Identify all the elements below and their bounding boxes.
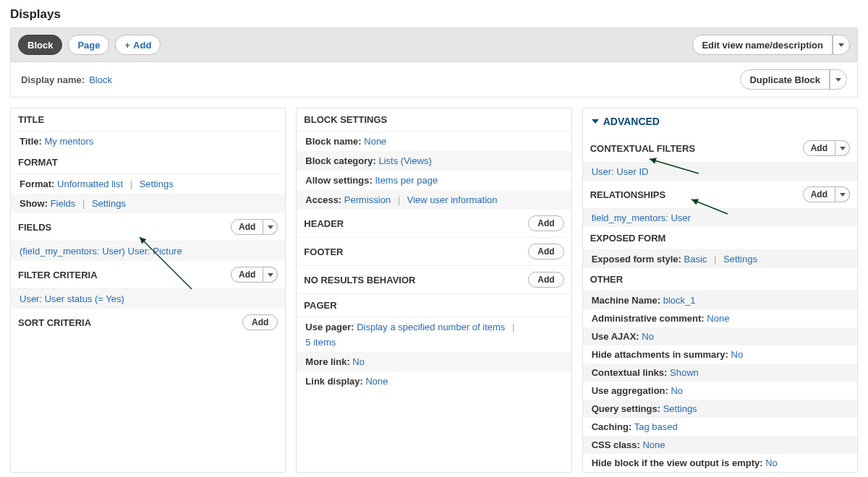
fields-add-dropdown[interactable] <box>263 219 278 235</box>
caret-down-icon <box>268 273 273 277</box>
show-value[interactable]: Fields <box>51 198 76 209</box>
contextual-filter-row-0[interactable]: User: User ID <box>583 163 857 181</box>
use-ajax-label: Use AJAX: <box>592 331 639 342</box>
contextual-links-value[interactable]: Shown <box>670 367 699 378</box>
duplicate-dropdown[interactable] <box>830 69 847 90</box>
access-link[interactable]: View user information <box>407 194 498 205</box>
contextual-add-split: Add <box>803 140 850 156</box>
caret-down-icon <box>838 43 844 47</box>
pager-value[interactable]: Display a specified number of items <box>357 322 505 332</box>
title-header: TITLE <box>11 108 285 132</box>
column-advanced: ADVANCED CONTEXTUAL FILTERS Add User: Us… <box>582 108 858 473</box>
show-row: Show: Fields | Settings <box>11 194 285 213</box>
sort-add-button[interactable]: Add <box>242 314 278 330</box>
more-link-label: More link: <box>305 356 349 367</box>
exposed-form-value[interactable]: Basic <box>684 254 707 265</box>
hide-block-row: Hide block if the view output is empty: … <box>583 454 857 472</box>
block-category-row: Block category: Lists (Views) <box>297 151 571 171</box>
more-link-value[interactable]: No <box>352 356 365 367</box>
block-name-label: Block name: <box>305 136 361 147</box>
block-category-value[interactable]: Lists (Views) <box>379 155 432 166</box>
pager-header: PAGER <box>297 294 571 317</box>
display-name-label: Display name: <box>21 74 85 85</box>
fields-header-label: FIELDS <box>18 222 51 233</box>
filter-add-dropdown[interactable] <box>263 267 278 283</box>
access-row: Access: Permission | View user informati… <box>297 190 571 210</box>
format-header: FORMAT <box>11 151 285 174</box>
block-name-value[interactable]: None <box>364 136 386 147</box>
relationship-row-0[interactable]: field_my_mentors: User <box>583 209 857 227</box>
use-aggregation-value[interactable]: No <box>671 385 683 396</box>
admin-comment-value[interactable]: None <box>707 313 729 324</box>
css-class-value[interactable]: None <box>642 439 665 450</box>
tab-block[interactable]: Block <box>18 35 62 55</box>
edit-view-button[interactable]: Edit view name/description <box>692 35 833 55</box>
add-display-button[interactable]: + Add <box>115 35 161 55</box>
admin-comment-label: Administrative comment: <box>592 313 705 324</box>
relationships-add-dropdown[interactable] <box>835 186 850 202</box>
title-value[interactable]: My mentors <box>44 136 93 147</box>
filter-header-label: FILTER CRITERIA <box>18 270 98 280</box>
use-ajax-value[interactable]: No <box>642 331 654 342</box>
link-display-value[interactable]: None <box>365 376 388 387</box>
block-category-label: Block category: <box>305 155 376 166</box>
relationships-add-split: Add <box>803 186 850 202</box>
caching-row: Caching: Tag based <box>583 418 857 436</box>
use-aggregation-row: Use aggregation: No <box>583 382 857 400</box>
edit-view-dropdown[interactable] <box>833 35 850 55</box>
exposed-form-header: EXPOSED FORM <box>583 227 857 250</box>
pager-label: Use pager: <box>305 322 354 332</box>
duplicate-button[interactable]: Duplicate Block <box>740 69 830 90</box>
field-row-0[interactable]: (field_my_mentors: User) User: Picture <box>11 241 285 261</box>
hide-block-label: Hide block if the view output is empty: <box>592 457 763 468</box>
noresults-header: NO RESULTS BEHAVIOR Add <box>297 266 571 294</box>
more-link-row: More link: No <box>297 352 571 371</box>
display-name-bar: Display name: Block Duplicate Block <box>10 62 858 98</box>
footer-add-button[interactable]: Add <box>528 244 563 259</box>
column-main: TITLE Title: My mentors FORMAT Format: U… <box>10 108 286 473</box>
noresults-add-button[interactable]: Add <box>528 272 563 288</box>
format-value[interactable]: Unformatted list <box>57 179 123 189</box>
caret-down-icon <box>268 225 273 229</box>
query-settings-row: Query settings: Settings <box>583 400 857 418</box>
relationships-header: RELATIONSHIPS Add <box>583 181 857 209</box>
tab-page[interactable]: Page <box>68 35 109 55</box>
header-add-button[interactable]: Add <box>528 215 563 231</box>
access-value[interactable]: Permission <box>344 194 391 205</box>
contextual-add-dropdown[interactable] <box>835 140 850 156</box>
displays-tab-bar: Block Page + Add Edit view name/descript… <box>10 27 858 62</box>
filter-row-0-label: User: User status (= Yes) <box>20 293 124 304</box>
header-header: HEADER Add <box>297 210 571 238</box>
format-settings-link[interactable]: Settings <box>140 179 174 189</box>
hide-attachments-value[interactable]: No <box>731 349 744 360</box>
css-class-row: CSS class: None <box>583 436 857 454</box>
title-label: Title: <box>20 136 42 147</box>
query-settings-value[interactable]: Settings <box>663 403 697 414</box>
header-header-label: HEADER <box>304 218 344 229</box>
caret-down-icon <box>835 78 841 82</box>
hide-block-value[interactable]: No <box>765 457 778 468</box>
allow-settings-value[interactable]: Items per page <box>375 175 438 186</box>
filter-add-split: Add <box>231 267 278 283</box>
exposed-form-settings-link[interactable]: Settings <box>723 254 757 265</box>
show-settings-link[interactable]: Settings <box>92 198 126 209</box>
advanced-toggle[interactable]: ADVANCED <box>583 108 857 134</box>
use-ajax-row: Use AJAX: No <box>583 327 857 345</box>
contextual-add-button[interactable]: Add <box>803 140 835 156</box>
relationships-label: RELATIONSHIPS <box>590 189 666 200</box>
filter-add-button[interactable]: Add <box>231 267 263 283</box>
pager-items-value[interactable]: 5 items <box>305 337 336 348</box>
filter-row-0[interactable]: User: User status (= Yes) <box>11 289 285 309</box>
machine-name-value[interactable]: block_1 <box>663 295 696 306</box>
relationships-add-button[interactable]: Add <box>803 186 835 202</box>
relationship-row-0-label: field_my_mentors: User <box>592 212 691 223</box>
column-block-settings: BLOCK SETTINGS Block name: None Block ca… <box>296 108 571 473</box>
format-row: Format: Unformatted list | Settings <box>11 174 285 194</box>
contextual-filters-label: CONTEXTUAL FILTERS <box>590 143 695 154</box>
display-name-value[interactable]: Block <box>89 74 112 85</box>
field-row-0-label: (field_my_mentors: User) User: Picture <box>20 246 182 257</box>
title-row: Title: My mentors <box>11 132 285 151</box>
fields-add-button[interactable]: Add <box>231 219 263 235</box>
exposed-form-row: Exposed form style: Basic | Settings <box>583 250 857 268</box>
caching-value[interactable]: Tag based <box>634 421 678 432</box>
